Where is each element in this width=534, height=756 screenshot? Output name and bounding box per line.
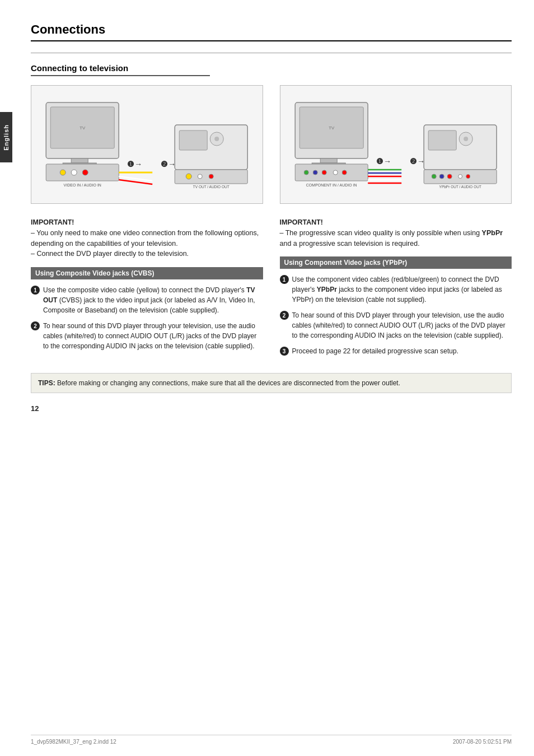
svg-rect-2: [71, 158, 88, 163]
left-important-label: IMPORTANT!: [31, 218, 74, 226]
left-important-text: – You only need to make one video connec…: [31, 228, 263, 259]
svg-point-34: [342, 170, 346, 175]
page-number: 12: [31, 404, 512, 413]
tips-label: TIPS:: [38, 379, 55, 387]
num-badge-r1: 1: [280, 275, 289, 284]
col-right: IMPORTANT! – The progressive scan video …: [280, 217, 512, 362]
num-badge-r2: 2: [280, 311, 289, 320]
main-content: Connections Connecting to television TV: [31, 22, 512, 413]
left-num-list: 1 Use the composite video cable (yellow)…: [31, 285, 263, 351]
diagram-cvbs-svg: TV VIDEO IN / AUDIO IN ❶→ ❷→: [37, 91, 257, 198]
diagram-ypbpr-svg: TV COMPONENT IN / AUDIO IN: [286, 91, 506, 198]
svg-rect-16: [179, 130, 207, 150]
page-wrapper: English Connections Connecting to televi…: [0, 0, 534, 756]
svg-text:TV OUT / AUDIO OUT: TV OUT / AUDIO OUT: [193, 185, 229, 189]
list-item: 2 To hear sound of this DVD player throu…: [31, 321, 263, 351]
list-item: 2 To hear sound of this DVD player throu…: [280, 310, 512, 340]
divider: [31, 53, 512, 53]
svg-point-7: [71, 170, 77, 175]
svg-point-50: [447, 174, 452, 179]
svg-point-32: [322, 170, 326, 175]
svg-point-51: [458, 175, 462, 179]
svg-point-21: [198, 174, 202, 179]
svg-point-52: [466, 175, 470, 179]
footer-right: 2007-08-20 5:02:51 PM: [453, 739, 512, 745]
svg-point-6: [60, 170, 65, 175]
num-badge-2: 2: [31, 321, 40, 330]
section-heading: Connecting to television: [31, 63, 210, 76]
svg-point-33: [333, 170, 338, 175]
svg-text:YPbPr OUT / AUDIO OUT: YPbPr OUT / AUDIO OUT: [439, 185, 481, 189]
diagram-ypbpr: TV COMPONENT IN / AUDIO IN: [280, 85, 512, 204]
right-item-1-text: Use the component video cables (red/blue…: [292, 274, 512, 305]
right-item-3-text: Proceed to page 22 for detailed progress…: [292, 346, 512, 356]
num-badge-1: 1: [31, 286, 40, 295]
num-badge-r3: 3: [280, 347, 289, 356]
svg-point-8: [82, 170, 88, 175]
svg-text:❶→: ❶→: [127, 160, 142, 169]
left-sub-heading: Using Composite Video jacks (CVBS): [31, 267, 263, 279]
side-tab: English: [0, 112, 12, 162]
svg-point-31: [313, 170, 317, 175]
svg-point-18: [214, 137, 219, 141]
list-item: 3 Proceed to page 22 for detailed progre…: [280, 346, 512, 356]
diagram-cvbs: TV VIDEO IN / AUDIO IN ❶→ ❷→: [31, 85, 263, 204]
svg-point-20: [186, 174, 191, 179]
list-item: 1 Use the component video cables (red/bl…: [280, 274, 512, 305]
col-left: IMPORTANT! – You only need to make one v…: [31, 217, 263, 362]
svg-point-22: [209, 174, 213, 179]
tips-text: Before making or changing any connection…: [57, 379, 400, 387]
svg-text:❷→: ❷→: [161, 160, 176, 169]
svg-rect-44: [428, 130, 456, 150]
right-num-list: 1 Use the component video cables (red/bl…: [280, 274, 512, 356]
svg-text:COMPONENT IN / AUDIO IN: COMPONENT IN / AUDIO IN: [306, 183, 357, 187]
svg-text:TV: TV: [79, 125, 86, 130]
side-tab-label: English: [3, 124, 10, 151]
page-title: Connections: [31, 22, 512, 41]
svg-rect-26: [320, 158, 337, 163]
svg-point-30: [304, 170, 308, 175]
svg-text:❷→: ❷→: [410, 157, 425, 166]
right-important-box: IMPORTANT! – The progressive scan video …: [280, 217, 512, 249]
svg-point-48: [432, 174, 436, 179]
footer: 1_dvp5982MKII_37_eng 2.indd 12 2007-08-2…: [31, 735, 512, 745]
right-item-2-text: To hear sound of this DVD player through…: [292, 310, 512, 340]
tips-box: TIPS: Before making or changing any conn…: [31, 373, 512, 393]
svg-point-49: [439, 174, 444, 179]
two-col-content: IMPORTANT! – You only need to make one v…: [31, 217, 512, 362]
svg-point-46: [463, 137, 468, 141]
diagrams-row: TV VIDEO IN / AUDIO IN ❶→ ❷→: [31, 85, 512, 204]
svg-text:❶→: ❶→: [376, 157, 391, 166]
left-important-box: IMPORTANT! – You only need to make one v…: [31, 217, 263, 259]
list-item: 1 Use the composite video cable (yellow)…: [31, 285, 263, 315]
svg-text:TV: TV: [329, 125, 335, 130]
right-important-label: IMPORTANT!: [280, 218, 324, 226]
footer-left: 1_dvp5982MKII_37_eng 2.indd 12: [31, 739, 116, 745]
svg-text:VIDEO IN / AUDIO IN: VIDEO IN / AUDIO IN: [64, 183, 101, 187]
right-important-text: – The progressive scan video quality is …: [280, 228, 512, 249]
left-item-2-text: To hear sound of this DVD player through…: [43, 321, 263, 351]
left-item-1-text: Use the composite video cable (yellow) t…: [43, 285, 263, 315]
right-sub-heading: Using Component Video jacks (YPbPr): [280, 256, 512, 269]
